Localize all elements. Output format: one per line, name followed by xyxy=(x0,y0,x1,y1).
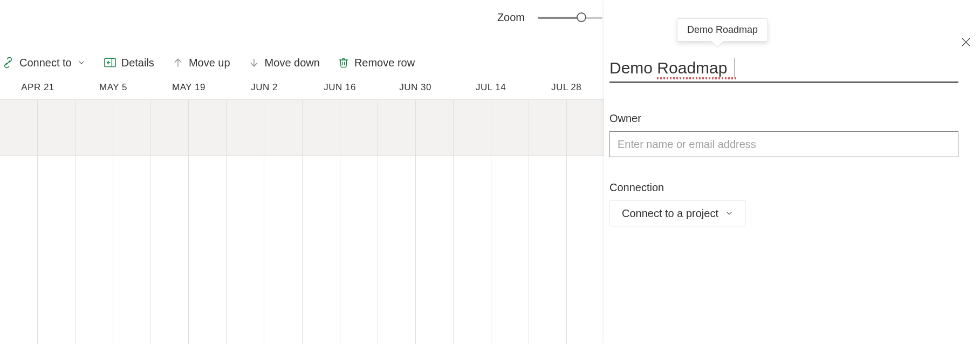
timeline-col-label: APR 21 xyxy=(0,80,76,99)
owner-label: Owner xyxy=(609,112,958,125)
timeline-header: APR 21 MAY 5 MAY 19 JUN 2 JUN 16 JUN 30 … xyxy=(0,80,604,99)
grid-line xyxy=(491,99,529,344)
grid-line xyxy=(264,99,302,344)
grid-line xyxy=(454,99,491,344)
timeline-col-label: JUL 28 xyxy=(529,80,604,99)
grid-line xyxy=(0,99,38,344)
connect-to-label: Connect to xyxy=(19,57,72,69)
grid-line xyxy=(76,99,113,344)
grid-line xyxy=(151,99,189,344)
grid-line xyxy=(378,99,416,344)
owner-input[interactable] xyxy=(609,131,958,157)
details-label: Details xyxy=(121,57,154,69)
row-toolbar: Connect to Details xyxy=(0,51,415,74)
grid-line xyxy=(340,99,378,344)
arrow-up-icon xyxy=(173,57,183,68)
details-button[interactable]: Details xyxy=(104,57,154,69)
zoom-slider[interactable] xyxy=(538,12,602,23)
connect-to-project-label: Connect to a project xyxy=(622,207,718,220)
connection-field: Connection Connect to a project xyxy=(609,181,958,226)
timeline-col-label: JUN 2 xyxy=(227,80,302,99)
details-panel-icon xyxy=(104,58,116,68)
grid-line xyxy=(303,99,340,344)
timeline-col-label: MAY 5 xyxy=(76,80,151,99)
connect-to-project-button[interactable]: Connect to a project xyxy=(609,200,746,226)
grid-line xyxy=(38,99,76,344)
connect-to-button[interactable]: Connect to xyxy=(2,57,86,69)
grid-line xyxy=(567,99,604,344)
grid-line xyxy=(416,99,454,344)
connection-label: Connection xyxy=(609,181,958,194)
close-icon xyxy=(960,36,972,48)
chevron-down-icon xyxy=(77,58,86,67)
move-down-label: Move down xyxy=(265,57,320,69)
chevron-down-icon xyxy=(725,209,734,218)
move-up-button[interactable]: Move up xyxy=(173,57,230,69)
timeline-body xyxy=(0,99,604,344)
timeline-col-label: JUN 30 xyxy=(378,80,453,99)
grid-line xyxy=(227,99,264,344)
remove-row-button[interactable]: Remove row xyxy=(338,57,415,69)
timeline-col-label: MAY 19 xyxy=(151,80,227,99)
title-tooltip-text: Demo Roadmap xyxy=(687,24,758,35)
remove-row-label: Remove row xyxy=(354,57,415,69)
timeline-col-label: JUN 16 xyxy=(302,80,378,99)
owner-field: Owner xyxy=(609,112,958,157)
row-details-panel: Demo Roadmap Owner Connection Connect to… xyxy=(604,0,980,344)
title-tooltip: Demo Roadmap xyxy=(677,18,768,42)
app-root: Zoom Connect to xyxy=(0,0,980,344)
zoom-label: Zoom xyxy=(497,11,525,24)
plug-icon xyxy=(2,57,14,69)
zoom-slider-thumb[interactable] xyxy=(577,12,586,22)
trash-icon xyxy=(338,57,349,68)
timeline-grid xyxy=(0,99,604,344)
roadmap-title-input[interactable] xyxy=(609,57,958,83)
grid-line xyxy=(529,99,567,344)
title-field xyxy=(604,57,958,83)
move-up-label: Move up xyxy=(189,57,230,69)
grid-line xyxy=(113,99,151,344)
close-panel-button[interactable] xyxy=(955,31,977,53)
move-down-button[interactable]: Move down xyxy=(249,57,320,69)
timeline-col-label: JUL 14 xyxy=(453,80,529,99)
arrow-down-icon xyxy=(249,57,259,68)
grid-line xyxy=(189,99,227,344)
zoom-slider-fill xyxy=(538,17,581,19)
